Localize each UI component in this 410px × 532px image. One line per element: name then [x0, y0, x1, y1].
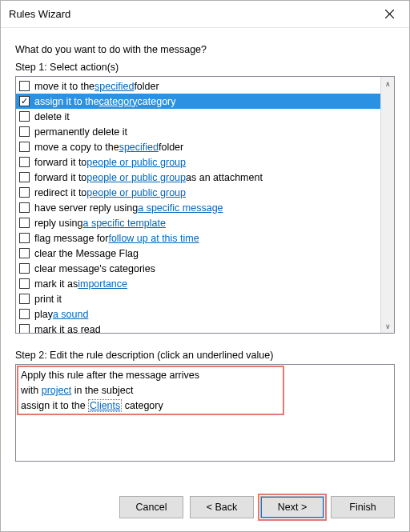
button-row: Cancel < Back Next > Finish [1, 485, 409, 531]
action-checkbox[interactable] [19, 172, 30, 182]
action-text: category [138, 96, 176, 107]
action-link[interactable]: people or public group [86, 172, 186, 183]
desc-line-3: assign it to the Clients category [21, 398, 389, 414]
action-row[interactable]: reply using a specific template [16, 215, 380, 230]
scroll-track[interactable] [381, 90, 394, 319]
action-text: redirect it to [34, 187, 86, 198]
action-text: have server reply using [34, 202, 138, 214]
action-link[interactable]: people or public group [86, 187, 186, 198]
action-row[interactable]: forward it to people or public group as … [16, 170, 380, 185]
next-button[interactable]: Next > [260, 496, 324, 518]
step2-label: Step 2: Edit the rule description (click… [15, 350, 395, 361]
action-checkbox[interactable] [19, 294, 30, 304]
action-link[interactable]: a specific template [82, 218, 166, 229]
action-checkbox[interactable] [19, 233, 30, 243]
action-text: print it [34, 294, 62, 305]
cancel-button[interactable]: Cancel [119, 496, 183, 518]
action-row[interactable]: clear message's categories [16, 261, 380, 276]
action-row[interactable]: forward it to people or public group [16, 154, 380, 170]
action-text: assign it to the [34, 96, 99, 107]
back-button[interactable]: < Back [190, 496, 254, 518]
desc-line-1: Apply this rule after the message arrive… [21, 368, 389, 383]
action-row[interactable]: redirect it to people or public group [16, 185, 380, 200]
action-text: folder [159, 142, 183, 153]
actions-list[interactable]: move it to the specified folderassign it… [16, 77, 380, 333]
dialog-content: What do you want to do with the message?… [1, 28, 409, 485]
action-text: move a copy to the [34, 142, 119, 153]
action-text: forward it to [34, 172, 86, 183]
category-link[interactable]: Clients [88, 399, 122, 412]
step1-label: Step 1: Select action(s) [15, 62, 395, 73]
action-checkbox[interactable] [19, 248, 30, 258]
action-checkbox[interactable] [19, 142, 30, 152]
action-checkbox[interactable] [19, 126, 30, 137]
action-row[interactable]: mark it as importance [16, 276, 380, 291]
action-text: as an attachment [186, 172, 263, 183]
action-text: permanently delete it [34, 126, 127, 138]
actions-frame: move it to the specified folderassign it… [15, 76, 395, 334]
prompt-text: What do you want to do with the message? [15, 44, 395, 55]
close-icon [385, 10, 394, 18]
action-row[interactable]: clear the Message Flag [16, 246, 380, 261]
action-checkbox[interactable] [19, 81, 30, 91]
action-text: clear the Message Flag [34, 248, 139, 259]
action-link[interactable]: people or public group [86, 157, 186, 168]
action-text: flag message for [34, 233, 108, 244]
action-text: move it to the [34, 81, 94, 92]
action-row[interactable]: delete it [16, 109, 380, 124]
action-text: play [34, 309, 53, 320]
description-frame: Apply this rule after the message arrive… [15, 364, 395, 462]
dialog-title: Rules Wizard [9, 8, 371, 20]
action-row[interactable]: assign it to the category category [16, 94, 380, 109]
action-link[interactable]: importance [78, 278, 127, 290]
action-checkbox[interactable] [19, 187, 30, 198]
action-checkbox[interactable] [19, 111, 30, 122]
action-checkbox[interactable] [19, 157, 30, 167]
action-checkbox[interactable] [19, 202, 30, 213]
action-link[interactable]: specified [94, 81, 134, 92]
action-checkbox[interactable] [19, 278, 30, 289]
action-text: reply using [34, 218, 82, 229]
action-text: mark it as [34, 278, 78, 290]
action-row[interactable]: move it to the specified folder [16, 78, 380, 94]
close-button[interactable] [371, 2, 408, 27]
rules-wizard-dialog: Rules Wizard What do you want to do with… [0, 0, 410, 532]
scrollbar[interactable]: ∧ ∨ [380, 77, 394, 333]
action-link[interactable]: a sound [53, 309, 88, 320]
scroll-up-icon[interactable]: ∧ [381, 77, 394, 90]
action-checkbox[interactable] [19, 309, 30, 319]
action-checkbox[interactable] [19, 96, 30, 106]
action-checkbox[interactable] [19, 324, 30, 333]
action-text: clear message's categories [34, 263, 155, 274]
finish-button[interactable]: Finish [331, 496, 395, 518]
action-row[interactable]: permanently delete it [16, 124, 380, 139]
scroll-down-icon[interactable]: ∨ [381, 319, 394, 333]
action-text: delete it [34, 111, 70, 122]
action-text: mark it as read [34, 324, 101, 334]
action-row[interactable]: play a sound [16, 306, 380, 322]
titlebar: Rules Wizard [1, 1, 409, 28]
action-row[interactable]: flag message for follow up at this time [16, 230, 380, 246]
action-text: folder [134, 81, 159, 92]
action-link[interactable]: a specific message [138, 202, 223, 214]
action-link[interactable]: specified [119, 142, 159, 153]
action-row[interactable]: move a copy to the specified folder [16, 139, 380, 154]
action-link[interactable]: follow up at this time [108, 233, 199, 244]
action-checkbox[interactable] [19, 218, 30, 228]
action-row[interactable]: print it [16, 291, 380, 306]
action-checkbox[interactable] [19, 263, 30, 274]
action-row[interactable]: have server reply using a specific messa… [16, 200, 380, 215]
action-row[interactable]: mark it as read [16, 322, 380, 333]
action-text: forward it to [34, 157, 86, 168]
desc-line-2: with project in the subject [21, 383, 389, 398]
action-link[interactable]: category [99, 96, 138, 107]
subject-link[interactable]: project [42, 385, 72, 396]
